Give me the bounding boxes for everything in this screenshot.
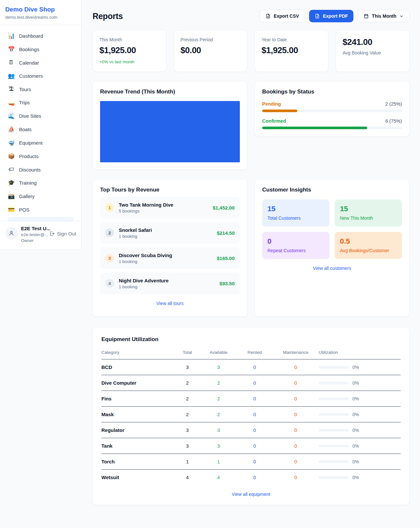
pos-icon: 💳: [8, 206, 14, 213]
user-role: Owner: [21, 238, 46, 243]
equipment-available: 2: [200, 396, 237, 401]
status-bar-track: [262, 110, 402, 112]
table-row: Wetsuit 4 4 0 0 0%: [101, 470, 401, 485]
charts-row: Revenue Trend (This Month) Bookings by S…: [93, 81, 410, 170]
sidebar-item-label: Calendar: [19, 60, 39, 66]
view-all-tours-link[interactable]: View all tours: [100, 301, 240, 306]
insight-label: Avg Bookings/Customer: [340, 248, 397, 253]
tour-row: 1 Two Tank Morning Dive 5 bookings $1,45…: [100, 197, 240, 218]
equipment-available: 2: [200, 380, 237, 386]
status-value-pending: 2 (25%): [385, 101, 402, 107]
equipment-category: Dive Computer: [101, 380, 174, 386]
sidebar-item-dashboard[interactable]: 📊 Dashboard: [4, 29, 77, 43]
equipment-total: 2: [174, 396, 200, 401]
equipment-maintenance: 0: [273, 365, 319, 370]
status-bar-fill-pending: [262, 110, 297, 112]
equipment-maintenance: 0: [273, 412, 319, 417]
stat-label: Avg Booking Value: [343, 50, 403, 55]
sidebar-item-discounts[interactable]: 🏷 Discounts: [4, 163, 77, 176]
status-label-pending: Pending: [262, 101, 281, 107]
equipment-rented: 0: [237, 459, 273, 464]
export-pdf-button[interactable]: Export PDF: [309, 10, 353, 22]
sidebar-item-tours[interactable]: 🏝 Tours: [4, 83, 77, 96]
insight-value: 15: [267, 205, 324, 213]
equipment-rented: 0: [237, 428, 273, 433]
sidebar-item-customers[interactable]: 👥 Customers: [4, 69, 77, 83]
equipment-category: BCD: [101, 364, 174, 370]
page-header: Reports Export CSV Export PDF This Month: [93, 10, 410, 22]
sidebar-item-bookings[interactable]: 📅 Bookings: [4, 43, 77, 56]
sidebar-item-dive-sites[interactable]: 🌊 Dive Sites: [4, 109, 77, 123]
utilization-cell: 0%: [319, 380, 401, 386]
period-label: This Month: [372, 13, 396, 19]
stat-value: $1,925.00: [262, 45, 322, 55]
tour-revenue: $1,452.00: [213, 205, 235, 211]
equipment-total: 1: [174, 459, 200, 464]
equipment-maintenance: 0: [273, 380, 319, 386]
column-header-category: Category: [101, 350, 174, 355]
stats-row: This Month $1,925.00 +0% vs last month P…: [93, 30, 410, 72]
sidebar-item-boats[interactable]: ⛵ Boats: [4, 123, 77, 136]
export-csv-button[interactable]: Export CSV: [260, 10, 305, 22]
table-row: Dive Computer 2 2 0 0 0%: [101, 375, 401, 391]
insight-tile-new-this-month: 15 New This Month: [335, 199, 402, 227]
sidebar-item-label: Equipment: [19, 140, 43, 146]
boats-icon: ⛵: [8, 126, 14, 133]
period-dropdown[interactable]: This Month: [358, 10, 410, 22]
shop-name: Demo Dive Shop: [5, 6, 76, 13]
utilization-bar-track: [319, 429, 349, 432]
equipment-available: 3: [200, 365, 237, 370]
equipment-total: 3: [174, 365, 200, 370]
bookings-icon: 📅: [8, 46, 14, 53]
sidebar-item-equipment[interactable]: 🤿 Equipment: [4, 136, 77, 150]
sidebar-item-label: Training: [19, 180, 37, 186]
sidebar-active-item-partial[interactable]: [8, 217, 74, 221]
tour-name: Night Dive Adventure: [119, 278, 169, 283]
utilization-cell: 0%: [319, 396, 401, 401]
sign-out-button[interactable]: Sign Out: [49, 231, 76, 236]
shop-domain: demo.test.divestreams.com: [5, 15, 76, 20]
tour-name: Snorkel Safari: [119, 227, 152, 233]
sidebar-item-label: Bookings: [19, 47, 39, 52]
equipment-icon: 🤿: [8, 139, 14, 146]
sidebar-item-pos[interactable]: 💳 POS: [4, 203, 77, 216]
rank-badge: 3: [105, 254, 114, 262]
lists-row: Top Tours by Revenue 1 Two Tank Morning …: [93, 179, 410, 317]
stat-card-previous-period: Previous Period $0.00: [174, 30, 247, 72]
page-title: Reports: [93, 11, 123, 21]
sidebar-item-calendar[interactable]: 🗓 Calendar: [4, 56, 77, 69]
top-tours-title: Top Tours by Revenue: [100, 187, 240, 193]
customers-icon: 👥: [8, 72, 14, 79]
utilization-percent: 0%: [352, 475, 359, 480]
equipment-total: 3: [174, 443, 200, 449]
sidebar-item-gallery[interactable]: 📸 Gallery: [4, 190, 77, 203]
insight-value: 15: [340, 205, 397, 213]
header-actions: Export CSV Export PDF This Month: [260, 10, 410, 22]
equipment-utilization-title: Equipment Utilization: [101, 336, 401, 343]
discounts-icon: 🏷: [8, 166, 14, 173]
equipment-maintenance: 0: [273, 443, 319, 449]
equipment-available: 3: [200, 443, 237, 449]
utilization-percent: 0%: [352, 428, 359, 433]
table-row: BCD 3 3 0 0 0%: [101, 359, 401, 375]
equipment-maintenance: 0: [273, 459, 319, 464]
equipment-category: Torch: [101, 459, 174, 464]
view-all-customers-link[interactable]: View all customers: [262, 266, 402, 271]
sidebar-item-products[interactable]: 📦 Products: [4, 150, 77, 163]
equipment-available: 1: [200, 459, 237, 464]
insight-label: Repeat Customers: [267, 248, 324, 253]
utilization-cell: 0%: [319, 459, 401, 464]
rank-badge: 4: [105, 279, 114, 288]
view-all-equipment-link[interactable]: View all equipment: [101, 492, 401, 497]
table-row: Regulator 3 3 0 0 0%: [101, 422, 401, 438]
sidebar-item-training[interactable]: 🎓 Training: [4, 176, 77, 190]
table-row: Torch 1 1 0 0 0%: [101, 454, 401, 470]
sidebar-item-label: Dive Sites: [19, 113, 41, 119]
tour-revenue: $165.00: [217, 255, 235, 261]
sidebar-item-trips[interactable]: 🚤 Trips: [4, 96, 77, 109]
table-row: Mask 2 2 0 0 0%: [101, 407, 401, 422]
customer-insights-title: Customer Insights: [262, 187, 402, 193]
status-value-confirmed: 6 (75%): [385, 118, 402, 124]
rank-badge: 2: [105, 229, 114, 237]
utilization-bar-track: [319, 476, 349, 479]
